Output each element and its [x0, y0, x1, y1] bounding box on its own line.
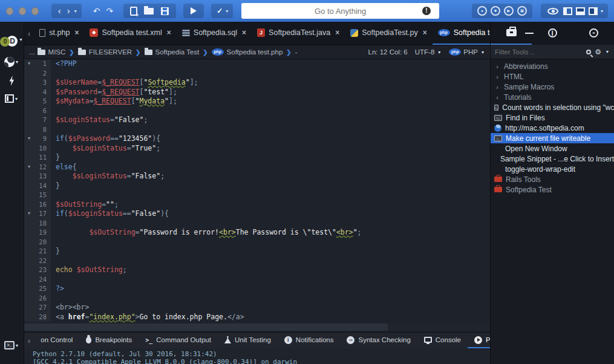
- code-text[interactable]: <br><br>: [51, 303, 89, 313]
- breadcrumb-item-softpedia-test-php[interactable]: Softpedia test.php: [212, 48, 283, 56]
- code-text[interactable]: [51, 69, 56, 79]
- code-text[interactable]: [51, 294, 56, 304]
- tool-item-open-new-window[interactable]: Open New Window: [491, 143, 614, 154]
- places-caret-icon[interactable]: ▾: [15, 59, 19, 65]
- open-file-icon[interactable]: [144, 8, 154, 15]
- tool-item-sample-snippet-e-click-to-insert[interactable]: Sample Snippet - ...e Click to Insert: [491, 154, 614, 164]
- horizontal-scrollbar[interactable]: [24, 323, 490, 331]
- code-text[interactable]: $sOutString="Password is error!<br>The P…: [51, 228, 362, 238]
- close-tab-icon[interactable]: ×: [423, 28, 427, 37]
- code-text[interactable]: echo $sOutString;: [51, 265, 127, 275]
- code-text[interactable]: <a href="index.php">Go to index.php Page…: [51, 313, 244, 322]
- macro-stop-icon[interactable]: ■: [491, 6, 500, 16]
- code-browser-panel-tab[interactable]: ‹›: [573, 22, 614, 45]
- check-caret-icon[interactable]: ▾: [224, 8, 229, 14]
- code-text[interactable]: [51, 106, 56, 116]
- code-text[interactable]: [51, 238, 56, 247]
- code-text[interactable]: $sLoginStatus="False";: [51, 172, 165, 181]
- editor-tab-softpediatest-java[interactable]: SoftpediaTest.java×: [252, 22, 345, 45]
- minimize-window-button[interactable]: [19, 7, 26, 15]
- code-text[interactable]: [51, 256, 56, 266]
- editor-tab-softpedia-sql[interactable]: Softpedia.sql×: [177, 22, 252, 45]
- back-button[interactable]: ‹: [55, 4, 64, 18]
- code-text[interactable]: [51, 275, 56, 285]
- places-button[interactable]: ▾: [4, 57, 19, 67]
- bottom-tab-notifications[interactable]: iNotifications: [278, 333, 341, 348]
- save-icon[interactable]: [161, 7, 169, 15]
- code-text[interactable]: $sPassword=$_REQUEST["test"];: [51, 88, 177, 97]
- encoding-selector[interactable]: UTF-8 ▾: [415, 48, 442, 56]
- preview-eye-icon[interactable]: [547, 8, 558, 15]
- line-col-indicator[interactable]: Ln: 12 Col: 6: [368, 48, 408, 56]
- code-text[interactable]: if($sPassword=="123456"){: [51, 134, 160, 144]
- tool-item-find-in-files[interactable]: Find in Files: [491, 112, 614, 123]
- code-text[interactable]: }: [51, 153, 60, 163]
- redo-button[interactable]: ↷: [103, 6, 117, 16]
- code-text[interactable]: ?>: [51, 284, 64, 294]
- tool-item-make-current-file-writeable[interactable]: Make current file writeable: [491, 133, 614, 143]
- breadcrumb-item-softpedia-test[interactable]: Softpedia Test: [145, 48, 200, 56]
- check-icon[interactable]: ✓: [215, 7, 224, 15]
- close-tab-icon[interactable]: ×: [242, 28, 246, 37]
- sync-panel-tab[interactable]: ❙: [532, 22, 573, 45]
- panel-toggle-button[interactable]: ▾: [5, 94, 19, 103]
- bottom-tab-syntax-checking[interactable]: ‹›Syntax Checking: [340, 333, 417, 348]
- code-text[interactable]: $sLoginStatus="True";: [51, 144, 160, 154]
- fold-arrow-icon[interactable]: ▼: [24, 163, 34, 172]
- code-text[interactable]: [51, 125, 56, 135]
- code-text[interactable]: $sOutString="";: [51, 200, 119, 210]
- search-info-icon[interactable]: !: [422, 7, 431, 15]
- code-text[interactable]: [51, 219, 56, 229]
- new-file-icon[interactable]: [130, 7, 137, 16]
- fold-arrow-icon[interactable]: ▼: [24, 209, 34, 219]
- bottom-tab-on-control[interactable]: on Control: [34, 333, 79, 348]
- editor-tab-st-php[interactable]: st.php×: [34, 22, 84, 45]
- macro-record-icon[interactable]: ●: [477, 6, 487, 16]
- run-icon[interactable]: [191, 7, 197, 15]
- close-tab-icon[interactable]: ×: [335, 28, 339, 37]
- toggle-bottom-pane-icon[interactable]: [576, 7, 585, 15]
- macro-save-icon[interactable]: ▣: [517, 6, 527, 16]
- breadcrumb-item-misc[interactable]: MISC: [38, 48, 66, 56]
- tool-item-tutorials[interactable]: ›Tutorials: [491, 92, 614, 102]
- tool-item-rails-tools[interactable]: Rails Tools: [491, 174, 614, 184]
- code-text[interactable]: $sLoginStatus="False";: [51, 115, 148, 125]
- toggle-left-pane-icon[interactable]: [563, 7, 572, 15]
- undo-button[interactable]: ↶: [90, 6, 103, 16]
- komodo-dynamic-button[interactable]: 0 D ▾: [0, 30, 23, 48]
- code-text[interactable]: else{: [51, 163, 77, 172]
- toggle-right-pane-icon[interactable]: [589, 7, 598, 15]
- close-tab-icon[interactable]: ×: [167, 28, 171, 37]
- editor-tab-softpediatest-py[interactable]: SoftpediaTest.py×: [345, 22, 432, 45]
- tool-item-http-mac-softpedia-com[interactable]: http://mac.softpedia.com: [491, 123, 614, 133]
- scrollbar-thumb[interactable]: [24, 323, 388, 331]
- fold-arrow-icon[interactable]: ▼: [24, 59, 34, 69]
- breadcrumb-overflow[interactable]: ...: [29, 48, 35, 56]
- tab-scroll-left-icon[interactable]: ‹: [24, 29, 34, 38]
- breadcrumb-item-[interactable]: -: [295, 48, 298, 56]
- code-text[interactable]: <?PHP: [51, 59, 77, 69]
- nav-history-caret-icon[interactable]: ▾: [73, 8, 78, 14]
- tool-item-count-words-in-selection-using-wc[interactable]: Count words in selection using "wc": [491, 102, 614, 112]
- code-text[interactable]: if($sLoginStatus=="False"){: [51, 209, 169, 219]
- editor-tab-softpedia-test-xml[interactable]: Softpedia test.xml×: [84, 22, 176, 45]
- filter-tools-input[interactable]: [495, 48, 583, 56]
- go-to-anything-input[interactable]: [241, 3, 439, 19]
- macro-play-icon[interactable]: ▶: [504, 6, 514, 16]
- view-caret-icon[interactable]: ▾: [599, 8, 604, 14]
- code-text[interactable]: }: [51, 181, 60, 191]
- tool-item-html[interactable]: ›HTML: [491, 71, 614, 82]
- gear-caret-icon[interactable]: ▾: [605, 49, 610, 54]
- tool-item-softpedia-test[interactable]: Softpedia Test: [491, 184, 614, 195]
- bottom-tab-console[interactable]: Console: [417, 333, 468, 348]
- maximize-window-button[interactable]: [31, 7, 39, 15]
- code-text[interactable]: $sUserName=$_REQUEST["Softpedia"];: [51, 78, 198, 88]
- panel-caret-icon[interactable]: ▾: [14, 96, 19, 102]
- code-editor[interactable]: ▼1<?PHP23$sUserName=$_REQUEST["Softpedia…: [24, 59, 490, 332]
- forward-button[interactable]: ›: [64, 4, 73, 18]
- breadcrumb-item-fileserver[interactable]: FILESERVER: [78, 48, 132, 56]
- gear-icon[interactable]: ⚙: [595, 48, 601, 56]
- fold-arrow-icon[interactable]: ▼: [24, 134, 34, 144]
- code-text[interactable]: }: [51, 247, 60, 256]
- bottom-tab-scroll-left-icon[interactable]: ‹: [24, 336, 34, 345]
